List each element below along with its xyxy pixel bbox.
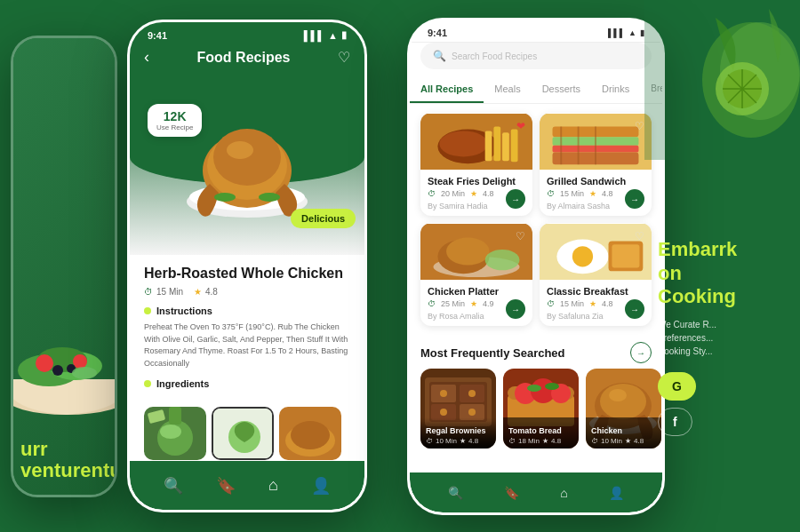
svg-point-4 bbox=[36, 354, 53, 372]
svg-point-50 bbox=[572, 246, 593, 266]
right-status-time: 9:41 bbox=[428, 28, 447, 38]
sandwich-image: ♡ bbox=[540, 113, 652, 171]
svg-point-19 bbox=[160, 425, 181, 439]
svg-point-8 bbox=[72, 367, 97, 379]
status-bar: 9:41 ▌▌▌ ▲ ▮ bbox=[130, 22, 364, 44]
chicken-clock: ⏱ bbox=[428, 299, 436, 308]
svg-point-15 bbox=[214, 193, 236, 202]
brownie-meta: ⏱ 10 Min ★ 4.8 bbox=[426, 437, 491, 445]
right-description: We Curate R...Preferences...Cooking Sty.… bbox=[658, 318, 787, 358]
svg-point-46 bbox=[446, 238, 489, 266]
right-nav-search[interactable]: 🔍 bbox=[448, 486, 463, 500]
back-button[interactable]: ‹ bbox=[144, 48, 149, 67]
svg-point-14 bbox=[227, 141, 253, 159]
heart-button[interactable]: ♡ bbox=[338, 49, 350, 66]
heart-icon-steak[interactable]: ❤ bbox=[516, 120, 525, 132]
tab-all-recipes[interactable]: All Recipes bbox=[410, 76, 484, 103]
top-right-food bbox=[644, 0, 800, 160]
search-bar[interactable]: 🔍 Search Food Recipes bbox=[420, 43, 652, 69]
heart-icon-chicken[interactable]: ♡ bbox=[516, 230, 525, 242]
tomato-overlay: Tomato Bread ⏱ 18 Min ★ 4.8 bbox=[503, 421, 579, 449]
sandwich-arrow[interactable]: → bbox=[625, 189, 644, 209]
right-signal-icon: ▌▌▌ bbox=[608, 28, 625, 37]
badge-label: Use Recipe bbox=[156, 123, 193, 131]
steak-arrow[interactable]: → bbox=[506, 189, 525, 209]
recipe-title: Herb-Roasted Whole Chicken bbox=[144, 266, 350, 282]
left-bg-content: urr venturenture bbox=[13, 38, 115, 495]
brownie-star: ★ bbox=[460, 437, 466, 445]
instructions-text: Preheat The Oven To 375°F (190°C). Rub T… bbox=[144, 322, 350, 369]
google-button[interactable]: G bbox=[658, 372, 696, 401]
chicken-star: ★ bbox=[470, 299, 477, 308]
adventure-text: urr venturenture bbox=[20, 439, 117, 481]
page-title: Food Recipes bbox=[197, 50, 291, 66]
chicken-search-star: ★ bbox=[625, 437, 631, 445]
right-bottom-nav: 🔍 🔖 ⌂ 👤 bbox=[410, 472, 662, 512]
right-nav-bookmark[interactable]: 🔖 bbox=[504, 486, 519, 500]
recipe-meta: ⏱ 15 Min ★ 4.8 bbox=[144, 287, 350, 297]
nav-search[interactable]: 🔍 bbox=[164, 476, 183, 496]
ingredient-thumbnails bbox=[130, 407, 364, 460]
recipe-card-sandwich[interactable]: ♡ Grilled Sandwich ⏱ 15 Min ★ 4.8 By Alm… bbox=[540, 113, 652, 216]
tomato-star: ★ bbox=[542, 437, 548, 445]
brownie-name: Regal Brownies bbox=[426, 426, 491, 435]
tomato-clock: ⏱ bbox=[508, 437, 516, 445]
brownie-clock: ⏱ bbox=[426, 437, 433, 445]
recipe-card-breakfast[interactable]: ♡ Classic Breakfast ⏱ 15 Min ★ 4.8 By Sa… bbox=[540, 223, 652, 326]
breakfast-arrow[interactable]: → bbox=[625, 299, 644, 319]
svg-rect-34 bbox=[511, 129, 518, 162]
right-status-icons: ▌▌▌ ▲ ▮ bbox=[608, 28, 644, 37]
thumbnail-3 bbox=[279, 407, 341, 460]
svg-point-77 bbox=[600, 384, 646, 419]
search-cards: Regal Brownies ⏱ 10 Min ★ 4.8 bbox=[410, 369, 662, 457]
hero-section: 12K Use Recipe Delicious bbox=[130, 77, 364, 255]
salad-illustration bbox=[11, 255, 117, 433]
status-icons: ▌▌▌ ▲ ▮ bbox=[304, 29, 347, 41]
tab-meals[interactable]: Meals bbox=[484, 76, 531, 103]
heart-icon-sandwich[interactable]: ♡ bbox=[635, 120, 644, 132]
nav-profile[interactable]: 👤 bbox=[311, 476, 331, 496]
badge-number: 12K bbox=[156, 109, 193, 123]
nav-home[interactable]: ⌂ bbox=[268, 476, 278, 495]
tomato-meta: ⏱ 18 Min ★ 4.8 bbox=[508, 437, 573, 445]
svg-rect-33 bbox=[502, 132, 509, 161]
svg-point-26 bbox=[291, 421, 330, 449]
svg-rect-31 bbox=[485, 131, 492, 161]
breakfast-image: ♡ bbox=[540, 223, 652, 281]
chicken-arrow[interactable]: → bbox=[506, 299, 525, 319]
recipe-card-steak[interactable]: ❤ Steak Fries Delight ⏱ 20 Min ★ 4.8 By … bbox=[420, 113, 532, 216]
rating-meta: ★ 4.8 bbox=[194, 287, 218, 297]
bottom-nav: 🔍 🔖 ⌂ 👤 bbox=[130, 461, 364, 510]
breakfast-star: ★ bbox=[589, 299, 596, 308]
nav-bookmark[interactable]: 🔖 bbox=[216, 476, 236, 496]
app-header: ‹ Food Recipes ♡ bbox=[130, 44, 364, 77]
right-nav-home[interactable]: ⌂ bbox=[560, 486, 567, 500]
sandwich-clock: ⏱ bbox=[547, 189, 555, 198]
recipe-tabs: All Recipes Meals Desserts Drinks Breakf… bbox=[410, 76, 662, 104]
time-meta: ⏱ 15 Min bbox=[144, 287, 183, 297]
tab-desserts[interactable]: Desserts bbox=[532, 76, 591, 103]
recipes-grid: ❤ Steak Fries Delight ⏱ 20 Min ★ 4.8 By … bbox=[410, 104, 662, 335]
search-area: 🔍 Search Food Recipes bbox=[410, 43, 662, 76]
svg-point-60 bbox=[440, 390, 447, 397]
right-nav-profile[interactable]: 👤 bbox=[609, 486, 624, 500]
recipe-card-chicken[interactable]: ♡ Chicken Platter ⏱ 25 Min ★ 4.9 By Rosa… bbox=[420, 223, 532, 326]
battery-icon: ▮ bbox=[341, 29, 347, 41]
search-card-brownies[interactable]: Regal Brownies ⏱ 10 Min ★ 4.8 bbox=[420, 369, 496, 449]
svg-rect-52 bbox=[612, 244, 639, 267]
clock-icon: ⏱ bbox=[144, 287, 153, 297]
tab-drinks[interactable]: Drinks bbox=[591, 76, 640, 103]
steak-title: Steak Fries Delight bbox=[428, 176, 525, 187]
facebook-button[interactable]: f bbox=[658, 408, 692, 436]
svg-point-30 bbox=[439, 131, 487, 156]
most-searched-header: Most Frequently Searched → bbox=[410, 335, 662, 369]
right-text-panel: EmbarrkonCooking We Curate R...Preferenc… bbox=[644, 0, 800, 532]
bullet-dot bbox=[144, 307, 151, 314]
svg-point-47 bbox=[485, 250, 520, 270]
search-card-tomato[interactable]: Tomato Bread ⏱ 18 Min ★ 4.8 bbox=[503, 369, 579, 449]
facebook-icon: f bbox=[673, 415, 677, 429]
svg-point-5 bbox=[73, 354, 87, 369]
bullet-dot-2 bbox=[144, 380, 151, 387]
heart-icon-breakfast[interactable]: ♡ bbox=[635, 230, 644, 242]
right-text-content: EmbarrkonCooking We Curate R...Preferenc… bbox=[658, 238, 787, 435]
